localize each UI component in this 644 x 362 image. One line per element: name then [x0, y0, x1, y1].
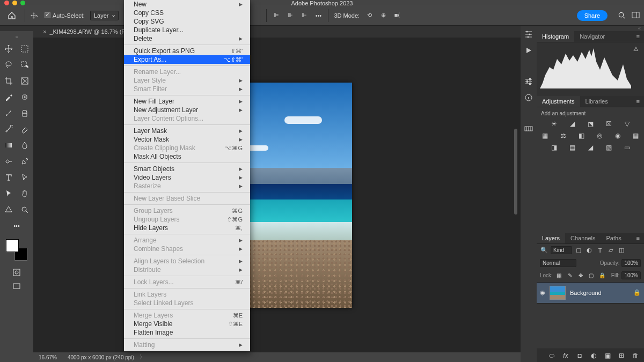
menu-item-duplicate-layer[interactable]: Duplicate Layer... [124, 26, 250, 34]
posterize-icon[interactable]: ▤ [568, 143, 576, 152]
filter-kind-dropdown[interactable]: Kind [551, 246, 572, 254]
traffic-max-icon[interactable] [20, 1, 25, 5]
collapse-dock-icon[interactable]: « [537, 26, 644, 31]
tab-navigator[interactable]: Navigator [574, 31, 610, 42]
gradient-map-icon[interactable]: ▭ [623, 143, 631, 152]
path-select-tool[interactable] [18, 171, 32, 184]
menu-item-copy-css[interactable]: Copy CSS [124, 9, 250, 17]
adj-layer-icon[interactable]: ◐ [589, 351, 598, 360]
tab-layers[interactable]: Layers [537, 233, 565, 243]
tab-paths[interactable]: Paths [601, 233, 627, 243]
share-button[interactable]: Share [577, 10, 608, 21]
edit-toolbar-icon[interactable]: ••• [10, 219, 24, 233]
menu-item-flatten-image[interactable]: Flatten Image [124, 328, 250, 337]
layer-thumbnail[interactable] [550, 286, 566, 300]
menu-item-delete[interactable]: Delete [124, 34, 250, 43]
filter-smart-icon[interactable]: ◫ [617, 246, 626, 255]
layer-fx-icon[interactable]: fx [561, 351, 570, 360]
new-layer-icon[interactable]: ⊞ [617, 351, 626, 360]
move-tool[interactable] [2, 42, 16, 56]
align-left-icon[interactable]: ⊫ [272, 11, 281, 20]
align-right-icon[interactable]: ⊩ [300, 11, 309, 20]
selective-icon[interactable]: ▧ [604, 143, 613, 152]
menu-item-export-as[interactable]: Export As...⌥⇧⌘' [124, 55, 250, 64]
frame-tool[interactable] [18, 74, 32, 88]
heal-tool[interactable] [18, 90, 32, 104]
dodge-tool[interactable] [2, 154, 16, 168]
lasso-tool[interactable] [2, 58, 16, 72]
filter-type-icon[interactable]: T [596, 246, 604, 255]
menu-item-layer-mask[interactable]: Layer Mask [124, 127, 250, 135]
menu-item-mask-all-objects[interactable]: Mask All Objects [124, 152, 250, 161]
lock-brush-icon[interactable]: ✎ [566, 271, 574, 280]
blend-mode-dropdown[interactable]: Normal [540, 259, 576, 267]
quick-mask-icon[interactable] [12, 268, 21, 277]
close-icon[interactable]: × [43, 28, 46, 35]
histogram-warning-icon[interactable]: ⚠ [633, 46, 639, 53]
group-icon[interactable]: ▣ [603, 351, 612, 360]
invert-icon[interactable]: ◨ [550, 143, 558, 152]
canvas-area[interactable] [33, 38, 521, 352]
filter-shape-icon[interactable]: ▱ [606, 246, 615, 255]
search-icon[interactable] [617, 11, 626, 20]
filter-adj-icon[interactable]: ◐ [585, 246, 594, 255]
menu-item-new-fill-layer[interactable]: New Fill Layer [124, 97, 250, 106]
vibrance-icon[interactable]: ▽ [623, 120, 631, 128]
filter-search-icon[interactable]: 🔍 [540, 246, 548, 255]
traffic-close-icon[interactable] [4, 1, 9, 5]
type-tool[interactable] [2, 171, 16, 184]
panel-menu-icon[interactable]: ≡ [632, 31, 644, 42]
menu-item-smart-objects[interactable]: Smart Objects [124, 165, 250, 173]
threshold-icon[interactable]: ◢ [586, 143, 595, 152]
menu-item-new-adjustment-layer[interactable]: New Adjustment Layer [124, 106, 250, 114]
adjust-collapsed-icon[interactable] [524, 77, 533, 86]
traffic-min-icon[interactable] [12, 1, 17, 5]
more-icon[interactable]: ••• [314, 11, 323, 20]
slide-3d-icon[interactable]: ■⟨ [393, 11, 401, 20]
actions-collapsed-icon[interactable] [524, 46, 533, 55]
layer-background[interactable]: ◉ Background 🔒 [537, 282, 644, 304]
pan-3d-icon[interactable]: ⊕ [379, 11, 387, 20]
menu-item-copy-svg[interactable]: Copy SVG [124, 17, 250, 26]
tab-channels[interactable]: Channels [565, 233, 601, 243]
link-layers-icon[interactable]: ⬭ [547, 351, 556, 360]
mixer-icon[interactable]: ◉ [613, 131, 622, 140]
blur-tool[interactable] [18, 138, 32, 152]
brush-tool[interactable] [2, 106, 16, 120]
zoom-level[interactable]: 16.67% [39, 354, 57, 360]
rectangle-tool[interactable] [2, 203, 16, 217]
timeline-collapsed-icon[interactable] [524, 124, 533, 133]
tab-libraries[interactable]: Libraries [580, 96, 613, 107]
menu-item-merge-visible[interactable]: Merge Visible⇧⌘E [124, 320, 250, 328]
properties-collapsed-icon[interactable] [524, 30, 533, 39]
menu-item-video-layers[interactable]: Video Layers [124, 173, 250, 182]
workspace-icon[interactable] [631, 11, 640, 20]
lock-artboard-icon[interactable]: ▢ [587, 271, 596, 280]
crop-tool[interactable] [2, 74, 16, 88]
info-collapsed-icon[interactable] [524, 93, 533, 102]
auto-select-dropdown[interactable]: Layer [90, 11, 119, 20]
visibility-icon[interactable]: ◉ [540, 289, 545, 296]
brightness-icon[interactable]: ☀ [550, 120, 558, 128]
move-tool-indicator-icon[interactable]: ⌄ [31, 11, 39, 20]
photo-filter-icon[interactable]: ◎ [595, 131, 604, 140]
filter-pixel-icon[interactable]: ▢ [574, 246, 583, 255]
auto-select-checkbox[interactable]: Auto-Select: [45, 12, 85, 19]
object-select-tool[interactable] [18, 58, 32, 72]
pen-tool[interactable] [18, 154, 32, 168]
direct-select-tool[interactable] [2, 187, 16, 201]
menu-item-new[interactable]: New [124, 0, 250, 9]
balance-icon[interactable]: ⚖ [559, 131, 568, 140]
trash-icon[interactable]: 🗑 [631, 351, 640, 360]
orbit-3d-icon[interactable]: ⟲ [365, 11, 374, 20]
collapse-icon[interactable]: » [15, 34, 18, 40]
levels-icon[interactable]: ◢ [568, 120, 576, 128]
opacity-input[interactable]: 100% [621, 259, 641, 267]
eraser-tool[interactable] [18, 122, 32, 136]
lock-icon[interactable]: 🔒 [633, 289, 641, 296]
color-swatches[interactable] [6, 239, 27, 261]
hue-icon[interactable]: ▦ [541, 131, 550, 140]
layer-mask-icon[interactable]: ◘ [575, 351, 584, 360]
align-center-icon[interactable]: ⊪ [286, 11, 295, 20]
home-icon[interactable] [4, 8, 19, 23]
